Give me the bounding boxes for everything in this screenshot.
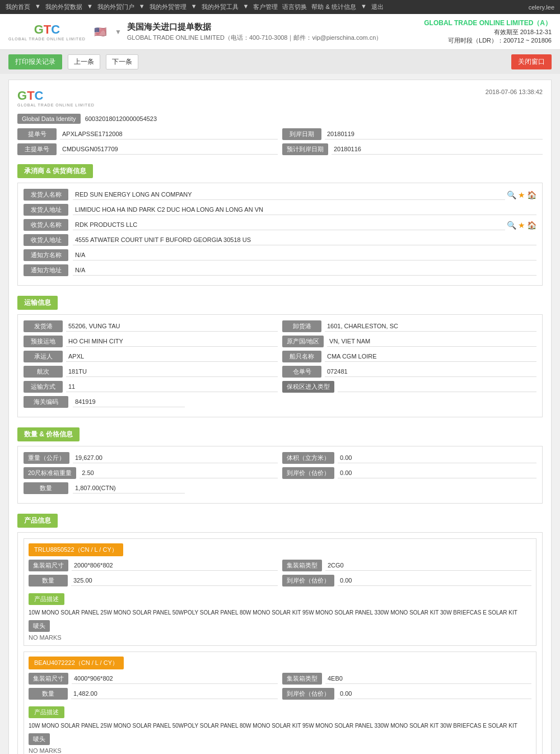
precarrier-field: 预接运地 HO CHI MINH CITY <box>24 336 278 347</box>
consignee-home-icon[interactable]: 🏠 <box>527 221 536 230</box>
next-button[interactable]: 下一条 <box>106 54 138 69</box>
transport-block: 发货港 55206, VUNG TAU 卸货港 1601, CHARLESTON… <box>17 314 543 417</box>
vessel-field: 船只名称 CMA CGM LOIRE <box>282 351 536 362</box>
logo-c: C <box>51 22 60 36</box>
flag-separator: ▼ <box>115 28 122 36</box>
price-section-title: 数量 & 价格信息 <box>17 427 80 441</box>
container-price-label-1: 到岸价（估价） <box>282 688 334 700</box>
carrier-value: APXL <box>66 352 278 362</box>
precarrier-value: HO CHI MINH CITY <box>66 337 278 347</box>
consignee-addr-label: 收货人地址 <box>24 234 68 246</box>
carrier-label: 承运人 <box>24 351 63 362</box>
shipper-addr-label: 发货人地址 <box>24 204 68 216</box>
header-subtitle: GLOBAL TRADE ONLINE LIMITED（电话：400-710-3… <box>127 34 382 42</box>
carrier-row: 承运人 APXL 船只名称 CMA CGM LOIRE <box>24 351 536 362</box>
header-left: GTC GLOBAL TRADE ONLINE LIMITED 🇺🇸 ▼ 美国海… <box>8 22 382 42</box>
quantity-label: 数量 <box>24 482 68 494</box>
products-block: TRLU8850522（CN / L / CY） 集装箱尺寸 2000*806*… <box>17 532 543 754</box>
doc-logo-t: T <box>27 89 34 103</box>
container-qty-label-0: 数量 <box>29 575 68 587</box>
logo-t: T <box>44 22 51 36</box>
weight-value: 19,627.00 <box>73 453 278 463</box>
consignee-star-icon[interactable]: ★ <box>518 221 525 230</box>
header-bar: GTC GLOBAL TRADE ONLINE LIMITED 🇺🇸 ▼ 美国海… <box>0 14 560 50</box>
doc-logo-text: GTC <box>17 89 95 103</box>
volume-value: 0.00 <box>338 453 536 463</box>
nav-home[interactable]: 我的首页 <box>6 3 30 11</box>
eta-label: 到岸日期 <box>282 128 321 140</box>
nav-logout[interactable]: 退出 <box>371 3 384 11</box>
arrival-port-value: 1601, CHARLESTON, SC <box>325 322 536 332</box>
brand-name: GLOBAL TRADE ONLINE LIMITED（A） <box>424 18 552 28</box>
voyage-row: 航次 181TU 仓单号 072481 <box>24 366 536 378</box>
notify-addr-value: N/A <box>73 266 536 276</box>
prev-button[interactable]: 上一条 <box>68 54 100 69</box>
shipper-name-value: RED SUN ENERGY LONG AN COMPANY <box>73 190 505 200</box>
home-icon[interactable]: 🏠 <box>527 190 536 199</box>
container-id-button-1[interactable]: BEAU4072222（CN / L / CY） <box>29 657 124 669</box>
transport-section-title: 运输信息 <box>17 296 58 310</box>
bill-row: 提单号 APXLAPSSE1712008 到岸日期 20180119 <box>17 128 543 140</box>
star-icon[interactable]: ★ <box>518 190 525 199</box>
doc-timestamp: 2018-07-06 13:38:42 <box>486 89 543 95</box>
consignee-name-label: 收货人名称 <box>24 219 68 231</box>
nav-manage[interactable]: 我的外贸管理 <box>150 3 186 11</box>
nav-crm[interactable]: 客户管理 <box>253 3 278 11</box>
shipper-section-title: 承消商 & 供货商信息 <box>17 164 93 178</box>
consignee-addr-value: 4555 ATWATER COURT UNIT F BUFORD GEORGIA… <box>73 235 536 245</box>
nav-lang[interactable]: 语言切换 <box>282 3 307 11</box>
print-button[interactable]: 打印报关记录 <box>8 54 62 69</box>
container-type-field-1: 集装箱类型 4EB0 <box>282 673 531 685</box>
declared-value-value: 0.00 <box>338 468 536 478</box>
nav-trade-data[interactable]: 我的外贸数据 <box>45 3 82 11</box>
products-section: 产品信息 TRLU8850522（CN / L / CY） 集装箱尺寸 2000… <box>17 508 543 754</box>
container-inner-0: TRLU8850522（CN / L / CY） 集装箱尺寸 2000*806*… <box>24 539 536 645</box>
close-button[interactable]: 关闭窗口 <box>511 54 552 69</box>
ftz-value <box>338 382 536 392</box>
master-label: 主提单号 <box>17 143 57 155</box>
weight-row: 重量（公斤） 19,627.00 体积（立方米） 0.00 <box>24 452 536 464</box>
origin-label: 原产国/地区 <box>282 336 324 347</box>
container-qty-label-1: 数量 <box>29 688 68 700</box>
container-id-button-0[interactable]: TRLU8850522（CN / L / CY） <box>29 543 123 556</box>
container-size-label-1: 集装箱尺寸 <box>29 673 68 685</box>
search-icon[interactable]: 🔍 <box>507 190 516 199</box>
notify-name-value: N/A <box>73 250 536 260</box>
identity-row: Global Data Identity 6003201801200000545… <box>17 114 543 124</box>
container-size-value-1: 4000*906*802 <box>72 674 278 684</box>
arrival-port-field: 卸货港 1601, CHARLESTON, SC <box>282 320 536 332</box>
identity-value: 600320180120000054523 <box>85 115 157 122</box>
container-size-label-0: 集装箱尺寸 <box>29 560 68 571</box>
identity-label: Global Data Identity <box>17 114 81 124</box>
volume-field: 体积（立方米） 0.00 <box>282 452 536 464</box>
products-section-title: 产品信息 <box>17 514 58 528</box>
loading-port-field: 发货港 55206, VUNG TAU <box>24 320 278 332</box>
master-value: CMDUSGN0517709 <box>60 145 278 155</box>
bill-field: 提单号 APXLAPSSE1712008 <box>17 128 278 140</box>
container-price-field-0: 到岸价（估价） 0.00 <box>282 575 531 587</box>
action-bar-top: 打印报关记录 上一条 下一条 关闭窗口 <box>0 50 560 74</box>
consignee-name-with-icons: RDK PRODUCTS LLC 🔍 ★ 🏠 <box>73 220 536 230</box>
customs-code-label: 海关编码 <box>24 396 68 408</box>
marks-label-1: 唛头 <box>29 733 50 745</box>
nav-items: 我的首页 ▼ 我的外贸数据 ▼ 我的外贸门户 ▼ 我的外贸管理 ▼ 我的外贸工具… <box>6 3 384 11</box>
notify-name-row: 通知方名称 N/A <box>24 249 536 261</box>
consignee-name-value: RDK PRODUCTS LLC <box>73 220 505 230</box>
nav-portal[interactable]: 我的外贸门户 <box>97 3 134 11</box>
nav-help[interactable]: 帮助 & 统计信息 <box>311 3 356 11</box>
logo-text: GTC <box>34 22 60 37</box>
eta-field: 到岸日期 20180119 <box>282 128 543 140</box>
shipper-block: 发货人名称 RED SUN ENERGY LONG AN COMPANY 🔍 ★… <box>17 183 543 286</box>
product-desc-title-1: 产品描述 <box>29 706 64 718</box>
container-type-value-0: 2CG0 <box>325 561 531 571</box>
container-id-row-0: TRLU8850522（CN / L / CY） <box>29 543 531 556</box>
doc-header: GTC GLOBAL TRADE ONLINE LIMITED 2018-07-… <box>17 89 543 107</box>
top-nav: 我的首页 ▼ 我的外贸数据 ▼ 我的外贸门户 ▼ 我的外贸管理 ▼ 我的外贸工具… <box>0 0 560 14</box>
container-qty-row-0: 数量 325.00 到岸价（估价） 0.00 <box>29 575 531 587</box>
marks-value-1: NO MARKS <box>29 747 531 754</box>
nav-tools[interactable]: 我的外贸工具 <box>202 3 239 11</box>
container-price-value-1: 0.00 <box>338 689 531 699</box>
consignee-search-icon[interactable]: 🔍 <box>507 221 516 230</box>
weight-field: 重量（公斤） 19,627.00 <box>24 452 278 464</box>
container-id-row-1: BEAU4072222（CN / L / CY） <box>29 657 531 669</box>
